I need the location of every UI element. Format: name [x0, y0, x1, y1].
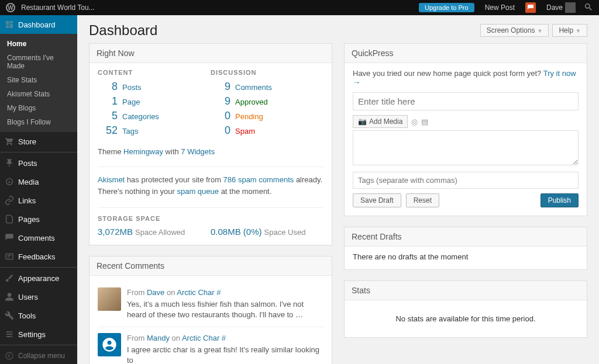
publish-button[interactable]: Publish: [541, 193, 579, 207]
camera-icon: 📷: [358, 117, 367, 126]
theme-link[interactable]: Hemingway: [123, 147, 163, 156]
stats-box: Stats No stats are available for this ti…: [344, 280, 587, 338]
rn-discussion-row[interactable]: 9Approved: [211, 95, 323, 108]
pin-icon: [5, 158, 14, 168]
media-icon-2[interactable]: ▤: [421, 117, 428, 126]
submenu-akismet[interactable]: Akismet Stats: [0, 87, 77, 101]
submenu-my-blogs[interactable]: My Blogs: [0, 101, 77, 115]
widgets-link[interactable]: 7 Widgets: [181, 147, 215, 156]
screen-options-button[interactable]: Screen Options▼: [480, 24, 549, 37]
add-media-button[interactable]: 📷Add Media: [353, 115, 408, 128]
submenu-site-stats[interactable]: Site Stats: [0, 73, 77, 87]
media-icon-1[interactable]: ◎: [411, 117, 418, 126]
recent-drafts-title: Recent Drafts: [345, 227, 587, 247]
tags-input[interactable]: [353, 172, 579, 189]
collapse-icon: [5, 351, 14, 360]
rn-content-row[interactable]: 8Posts: [98, 81, 211, 93]
storage-used[interactable]: 0.08MB (0%): [211, 227, 262, 237]
cart-icon: [5, 137, 14, 146]
svg-point-4: [6, 352, 13, 359]
settings-icon: [5, 330, 14, 339]
admin-topbar: W Restaurant World Tou... Upgrade to Pro…: [0, 0, 599, 15]
right-now-title: Right Now: [89, 44, 332, 63]
help-button[interactable]: Help▼: [552, 24, 587, 37]
submenu-home[interactable]: Home: [0, 37, 77, 51]
media-icon: [5, 177, 14, 186]
collapse-menu[interactable]: Collapse menu: [0, 346, 77, 364]
menu-settings[interactable]: Settings: [0, 325, 77, 344]
theme-line: Theme Hemingway with 7 Widgets: [98, 147, 323, 156]
post-content-textarea[interactable]: [353, 130, 579, 165]
comment-item: From Mandy on Arctic Char #I agree arcti…: [98, 327, 323, 364]
new-post-link[interactable]: New Post: [485, 4, 515, 12]
spam-count-link[interactable]: 786 spam comments: [223, 175, 294, 184]
admin-sidebar: Dashboard Home Comments I've Made Site S…: [0, 15, 77, 364]
rn-discussion-row[interactable]: 9Comments: [211, 81, 323, 93]
comment-avatar: [98, 287, 121, 311]
submenu-comments-made[interactable]: Comments I've Made: [0, 51, 77, 73]
wrench-icon: [5, 311, 14, 320]
stats-empty: No stats are available for this time per…: [395, 314, 535, 323]
comment-icon: [5, 233, 14, 242]
comment-item: From Dave on Arctic Char #Yes, it's a mu…: [98, 282, 323, 327]
drafts-empty: There are no drafts at the moment: [353, 252, 468, 261]
comment-post[interactable]: Arctic Char #: [177, 288, 221, 297]
reset-button[interactable]: Reset: [406, 193, 439, 207]
comment-avatar: [98, 333, 121, 356]
menu-dashboard-label: Dashboard: [18, 20, 56, 29]
search-icon[interactable]: [584, 2, 599, 13]
rn-discussion-row[interactable]: 0Pending: [211, 110, 323, 122]
menu-posts[interactable]: Posts: [0, 154, 77, 172]
menu-store[interactable]: Store: [0, 132, 77, 151]
akismet-line: Akismet has protected your site from 786…: [98, 174, 323, 197]
menu-feedbacks[interactable]: Feedbacks: [0, 247, 77, 266]
quickpress-title: QuickPress: [345, 44, 587, 63]
menu-pages[interactable]: Pages: [0, 210, 77, 228]
rn-content-row[interactable]: 1Page: [98, 95, 211, 108]
quickpress-box: QuickPress Have you tried our new home p…: [344, 43, 587, 216]
brush-icon: [5, 273, 14, 283]
svg-point-2: [10, 334, 12, 335]
svg-point-3: [8, 336, 9, 338]
svg-point-1: [7, 331, 9, 333]
wordpress-logo-icon[interactable]: W: [6, 3, 15, 12]
comment-author[interactable]: Mandy: [147, 334, 170, 342]
user-avatar[interactable]: [565, 2, 576, 13]
post-title-input[interactable]: [353, 92, 579, 110]
recent-drafts-box: Recent Drafts There are no drafts at the…: [344, 227, 587, 270]
storage-allowed[interactable]: 3,072MB: [98, 227, 133, 237]
site-title[interactable]: Restaurant World Tou...: [21, 4, 95, 12]
dashboard-icon: [5, 20, 14, 29]
akismet-link[interactable]: Akismet: [98, 175, 125, 184]
rn-content-row[interactable]: 52Tags: [98, 124, 211, 137]
comment-post[interactable]: Arctic Char #: [182, 334, 226, 342]
rn-content-row[interactable]: 5Categories: [98, 110, 211, 122]
comment-author[interactable]: Dave: [147, 288, 164, 297]
link-icon: [5, 196, 14, 205]
user-icon: [5, 292, 14, 301]
menu-tools[interactable]: Tools: [0, 306, 77, 325]
submenu-blogs-follow[interactable]: Blogs I Follow: [0, 115, 77, 129]
spam-queue-link[interactable]: spam queue: [177, 187, 219, 196]
menu-dashboard[interactable]: Dashboard: [0, 15, 77, 34]
upgrade-button[interactable]: Upgrade to Pro: [419, 3, 474, 12]
recent-comments-box: Recent Comments From Dave on Arctic Char…: [89, 256, 332, 364]
feedback-icon: [5, 252, 14, 261]
right-now-box: Right Now CONTENT 8Posts1Page5Categories…: [89, 43, 332, 245]
save-draft-button[interactable]: Save Draft: [353, 193, 401, 207]
stats-title: Stats: [345, 281, 587, 300]
menu-users[interactable]: Users: [0, 287, 77, 306]
recent-comments-title: Recent Comments: [89, 256, 332, 276]
user-name[interactable]: Dave: [546, 4, 563, 12]
menu-appearance[interactable]: Appearance: [0, 269, 77, 287]
rn-discussion-row[interactable]: 0Spam: [211, 124, 323, 137]
page-title: Dashboard: [89, 22, 477, 39]
menu-comments[interactable]: Comments: [0, 228, 77, 247]
page-icon: [5, 214, 14, 224]
dashboard-submenu: Home Comments I've Made Site Stats Akism…: [0, 34, 77, 132]
menu-media[interactable]: Media: [0, 172, 77, 191]
notifications-icon[interactable]: [525, 2, 536, 13]
menu-links[interactable]: Links: [0, 191, 77, 210]
